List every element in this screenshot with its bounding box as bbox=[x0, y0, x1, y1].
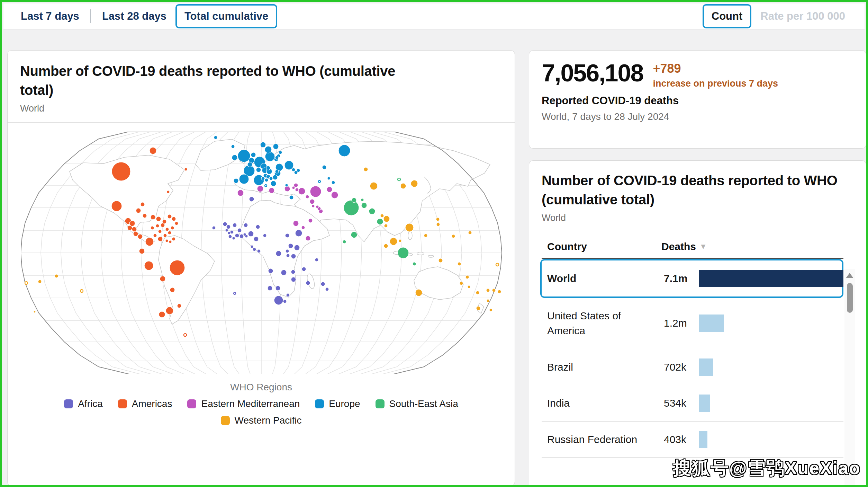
legend-item-eastern-mediterranean[interactable]: Eastern Mediterranean bbox=[187, 398, 300, 409]
country-bubble[interactable] bbox=[286, 249, 289, 253]
country-bubble[interactable] bbox=[468, 231, 472, 234]
column-header-deaths[interactable]: Deaths ▼ bbox=[661, 241, 849, 253]
country-bubble[interactable] bbox=[239, 174, 249, 184]
country-bubble[interactable] bbox=[295, 188, 299, 192]
tab-last-7-days[interactable]: Last 7 days bbox=[12, 4, 88, 28]
country-bubble[interactable] bbox=[143, 214, 147, 218]
country-bubble[interactable] bbox=[400, 183, 406, 189]
country-bubble[interactable] bbox=[352, 198, 356, 203]
country-bubble[interactable] bbox=[380, 214, 384, 218]
country-bubble[interactable] bbox=[496, 263, 499, 266]
country-bubble[interactable] bbox=[260, 142, 266, 148]
country-bubble[interactable] bbox=[468, 285, 470, 288]
country-bubble[interactable] bbox=[257, 249, 261, 253]
table-scrollbar[interactable] bbox=[844, 269, 855, 486]
country-bubble[interactable] bbox=[289, 195, 293, 200]
country-bubble[interactable] bbox=[237, 228, 242, 232]
country-bubble[interactable] bbox=[295, 230, 302, 237]
country-bubble[interactable] bbox=[294, 245, 300, 250]
country-bubble[interactable] bbox=[225, 229, 228, 232]
country-bubble[interactable] bbox=[273, 175, 278, 180]
country-bubble[interactable] bbox=[291, 277, 296, 282]
country-bubble[interactable] bbox=[301, 226, 305, 229]
country-bubble[interactable] bbox=[327, 187, 332, 192]
country-bubble[interactable] bbox=[275, 170, 279, 173]
country-bubble[interactable] bbox=[325, 287, 329, 291]
country-bubble[interactable] bbox=[370, 182, 378, 190]
table-row-russian-federation[interactable]: Russian Federation403k bbox=[542, 422, 843, 458]
country-bubble[interactable] bbox=[274, 296, 283, 305]
country-bubble[interactable] bbox=[486, 289, 490, 292]
country-bubble[interactable] bbox=[151, 226, 154, 230]
country-bubble[interactable] bbox=[489, 309, 492, 311]
table-row-brazil[interactable]: Brazil702k bbox=[542, 349, 843, 386]
country-bubble[interactable] bbox=[310, 199, 315, 204]
country-bubble[interactable] bbox=[172, 237, 175, 241]
country-bubble[interactable] bbox=[172, 217, 176, 221]
country-bubble[interactable] bbox=[498, 290, 501, 293]
legend-item-western-pacific[interactable]: Western Pacific bbox=[221, 415, 302, 426]
country-bubble[interactable] bbox=[308, 219, 313, 223]
country-bubble[interactable] bbox=[285, 184, 288, 187]
country-bubble[interactable] bbox=[293, 221, 299, 226]
table-row-india[interactable]: India534k bbox=[542, 385, 843, 422]
country-bubble[interactable] bbox=[315, 258, 318, 262]
legend-item-south-east-asia[interactable]: South-East Asia bbox=[376, 398, 458, 409]
tab-total-cumulative[interactable]: Total cumulative bbox=[175, 4, 277, 28]
country-bubble[interactable] bbox=[38, 280, 42, 283]
country-bubble[interactable] bbox=[80, 290, 83, 292]
country-bubble[interactable] bbox=[438, 258, 443, 263]
country-bubble[interactable] bbox=[322, 165, 326, 169]
country-bubble[interactable] bbox=[269, 188, 274, 193]
country-bubble[interactable] bbox=[492, 289, 496, 292]
table-row-united-states-of-america[interactable]: United States of America1.2m bbox=[542, 298, 843, 349]
country-bubble[interactable] bbox=[286, 254, 290, 257]
country-bubble[interactable] bbox=[184, 168, 187, 171]
country-bubble[interactable] bbox=[279, 151, 282, 154]
country-bubble[interactable] bbox=[297, 169, 300, 172]
country-bubble[interactable] bbox=[283, 300, 287, 303]
country-bubble[interactable] bbox=[244, 223, 248, 227]
country-bubble[interactable] bbox=[111, 201, 122, 211]
country-bubble[interactable] bbox=[384, 244, 388, 248]
country-bubble[interactable] bbox=[156, 216, 161, 221]
country-bubble[interactable] bbox=[226, 225, 230, 229]
country-bubble[interactable] bbox=[411, 180, 418, 187]
country-bubble[interactable] bbox=[232, 155, 237, 160]
country-bubble[interactable] bbox=[239, 234, 244, 238]
country-bubble[interactable] bbox=[292, 168, 295, 171]
country-bubble[interactable] bbox=[256, 225, 260, 229]
country-bubble[interactable] bbox=[153, 234, 157, 237]
country-bubble[interactable] bbox=[271, 181, 276, 186]
country-bubble[interactable] bbox=[399, 239, 401, 242]
country-bubble[interactable] bbox=[275, 286, 280, 291]
country-bubble[interactable] bbox=[361, 198, 364, 201]
country-bubble[interactable] bbox=[177, 304, 181, 308]
country-bubble[interactable] bbox=[112, 162, 130, 181]
country-bubble[interactable] bbox=[138, 234, 143, 239]
country-bubble[interactable] bbox=[169, 240, 172, 243]
country-bubble[interactable] bbox=[281, 270, 287, 275]
column-header-country[interactable]: Country bbox=[547, 241, 661, 253]
country-bubble[interactable] bbox=[156, 224, 159, 228]
country-bubble[interactable] bbox=[302, 267, 306, 271]
country-bubble[interactable] bbox=[369, 208, 375, 214]
country-bubble[interactable] bbox=[168, 214, 172, 219]
country-bubble[interactable] bbox=[265, 152, 275, 161]
country-bubble[interactable] bbox=[234, 178, 238, 183]
table-row-world[interactable]: World7.1m bbox=[540, 259, 843, 298]
country-bubble[interactable] bbox=[233, 223, 237, 227]
country-bubble[interactable] bbox=[266, 166, 270, 170]
country-bubble[interactable] bbox=[251, 152, 256, 157]
country-bubble[interactable] bbox=[232, 237, 235, 240]
country-bubble[interactable] bbox=[343, 240, 346, 244]
country-bubble[interactable] bbox=[390, 238, 397, 245]
country-bubble[interactable] bbox=[159, 311, 165, 318]
country-bubble[interactable] bbox=[288, 244, 293, 248]
country-bubble[interactable] bbox=[214, 136, 217, 139]
country-bubble[interactable] bbox=[228, 232, 230, 234]
country-bubble[interactable] bbox=[151, 215, 155, 220]
country-bubble[interactable] bbox=[171, 226, 174, 230]
country-bubble[interactable] bbox=[133, 231, 138, 236]
country-bubble[interactable] bbox=[249, 197, 254, 202]
